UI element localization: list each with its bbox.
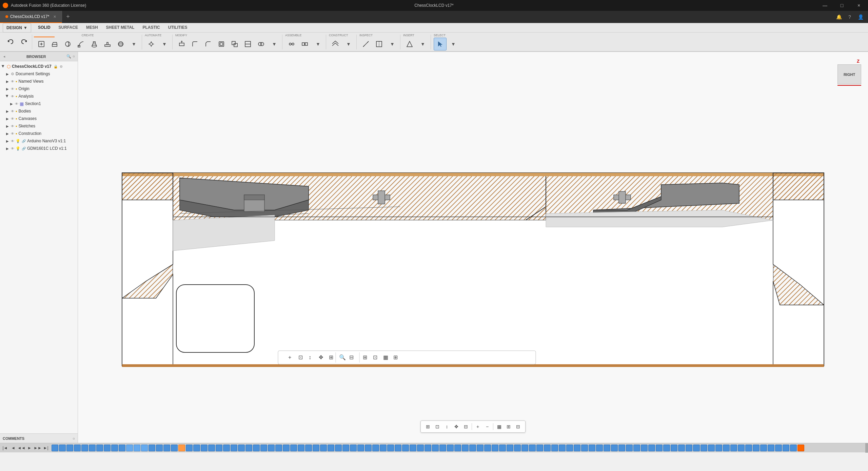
timeline-step[interactable] xyxy=(417,445,424,451)
timeline-step[interactable] xyxy=(566,445,573,451)
timeline-step[interactable] xyxy=(290,445,297,451)
timeline-step[interactable] xyxy=(66,445,73,451)
timeline-step[interactable] xyxy=(783,445,789,451)
timeline-step[interactable] xyxy=(768,445,774,451)
timeline-step[interactable] xyxy=(268,445,275,451)
modify-more-button[interactable]: ▼ xyxy=(268,38,281,50)
timeline-step[interactable] xyxy=(671,445,677,451)
timeline-step[interactable] xyxy=(141,445,148,451)
timeline-step[interactable] xyxy=(104,445,111,451)
timeline-current-step[interactable] xyxy=(797,445,804,451)
timeline-step[interactable] xyxy=(439,445,446,451)
tree-bodies[interactable]: ▶ 👁 ▪ Bodies xyxy=(0,107,78,115)
timeline-step[interactable] xyxy=(275,445,282,451)
timeline-step[interactable] xyxy=(342,445,349,451)
timeline-play-button[interactable]: ► xyxy=(26,444,33,452)
timeline-step[interactable] xyxy=(328,445,334,451)
timeline-step[interactable] xyxy=(514,445,521,451)
automate-button[interactable] xyxy=(145,38,158,50)
timeline-step[interactable] xyxy=(790,445,797,451)
undo-button[interactable] xyxy=(4,36,17,48)
timeline-step[interactable] xyxy=(499,445,506,451)
viewport[interactable]: Z RIGHT xyxy=(78,52,868,443)
timeline-step[interactable] xyxy=(134,445,140,451)
timeline-step[interactable] xyxy=(544,445,551,451)
timeline-step[interactable] xyxy=(380,445,387,451)
timeline-step[interactable] xyxy=(730,445,737,451)
timeline-step[interactable] xyxy=(425,445,431,451)
timeline-step[interactable] xyxy=(193,445,200,451)
vp-zoom-window-button[interactable]: ⊟ xyxy=(461,422,470,431)
timeline-step[interactable] xyxy=(574,445,580,451)
timeline-step[interactable] xyxy=(551,445,558,451)
timeline-step[interactable] xyxy=(738,445,745,451)
automate-dropdown-icon[interactable]: ▼ xyxy=(158,38,171,50)
timeline-step[interactable] xyxy=(648,445,655,451)
timeline-step[interactable] xyxy=(178,445,185,451)
redo-button[interactable] xyxy=(18,36,31,48)
timeline-step[interactable] xyxy=(313,445,319,451)
tree-root[interactable]: ▶ ⬡ ChessClockLCD v17 🔒 ⚙ xyxy=(0,63,78,70)
vp-zoom-out-button[interactable]: − xyxy=(483,422,492,431)
vp-pan-button[interactable]: ⊡ xyxy=(433,422,442,431)
insert-mesh-button[interactable] xyxy=(403,38,416,50)
timeline-step[interactable] xyxy=(59,445,66,451)
vp-display-mode-button[interactable]: ▦ xyxy=(495,422,504,431)
timeline-step[interactable] xyxy=(335,445,342,451)
timeline-step[interactable] xyxy=(454,445,461,451)
timeline-step[interactable] xyxy=(149,445,155,451)
timeline-step[interactable] xyxy=(74,445,81,451)
timeline-step[interactable] xyxy=(492,445,498,451)
timeline-step[interactable] xyxy=(119,445,125,451)
timeline-step[interactable] xyxy=(320,445,327,451)
insert-more-button[interactable]: ▼ xyxy=(416,38,429,50)
timeline-step[interactable] xyxy=(701,445,707,451)
tree-named-views[interactable]: ▶ 👁 ▪ Named Views xyxy=(0,78,78,85)
timeline-step[interactable] xyxy=(723,445,730,451)
help-icon[interactable]: ? xyxy=(845,12,854,22)
timeline-step[interactable] xyxy=(529,445,536,451)
timeline-step[interactable] xyxy=(111,445,118,451)
timeline-step[interactable] xyxy=(208,445,215,451)
timeline-step[interactable] xyxy=(387,445,394,451)
timeline-start-button[interactable]: |◄ xyxy=(1,444,9,452)
vp-zoom-in-button[interactable]: + xyxy=(473,422,482,431)
timeline-step[interactable] xyxy=(238,445,245,451)
tree-sketches[interactable]: ▶ 👁 ▪ Sketches xyxy=(0,122,78,130)
timeline-step[interactable] xyxy=(626,445,633,451)
timeline-step[interactable] xyxy=(253,445,260,451)
timeline-step[interactable] xyxy=(633,445,640,451)
timeline-step[interactable] xyxy=(462,445,469,451)
timeline-step[interactable] xyxy=(521,445,528,451)
timeline-step[interactable] xyxy=(365,445,372,451)
timeline-step[interactable] xyxy=(357,445,364,451)
vp-orbit-button[interactable]: ↕ xyxy=(442,422,451,431)
split-face-button[interactable] xyxy=(241,38,254,50)
timeline-step[interactable] xyxy=(596,445,603,451)
timeline-step[interactable] xyxy=(618,445,625,451)
timeline-step[interactable] xyxy=(126,445,133,451)
timeline-step[interactable] xyxy=(410,445,416,451)
timeline-step[interactable] xyxy=(604,445,610,451)
combine-button[interactable] xyxy=(255,38,268,50)
more-create-button[interactable]: ▼ xyxy=(127,38,140,50)
timeline-step[interactable] xyxy=(663,445,670,451)
loft-button[interactable] xyxy=(88,38,101,50)
browser-toggle-icon[interactable]: ○ xyxy=(73,54,75,59)
revolve-button[interactable] xyxy=(61,38,74,50)
construct-more-button[interactable]: ▼ xyxy=(342,38,355,50)
timeline-step[interactable] xyxy=(559,445,566,451)
timeline-step[interactable] xyxy=(693,445,700,451)
timeline-step[interactable] xyxy=(186,445,193,451)
vp-look-button[interactable]: ✥ xyxy=(452,422,461,431)
timeline-step[interactable] xyxy=(171,445,178,451)
tree-section1[interactable]: ▶ 👁 ▦ Section1 xyxy=(0,100,78,107)
timeline-step[interactable] xyxy=(656,445,663,451)
tree-lcd[interactable]: ▶ 👁 💡 🔗 GDM1601C LCD v1:1 xyxy=(0,145,78,152)
timeline-step[interactable] xyxy=(245,445,252,451)
minimize-button[interactable]: — xyxy=(817,0,833,11)
select-button[interactable] xyxy=(434,38,447,50)
assemble-more-button[interactable]: ▼ xyxy=(312,38,324,50)
root-settings-icon[interactable]: ⚙ xyxy=(60,65,63,68)
timeline-step[interactable] xyxy=(641,445,648,451)
